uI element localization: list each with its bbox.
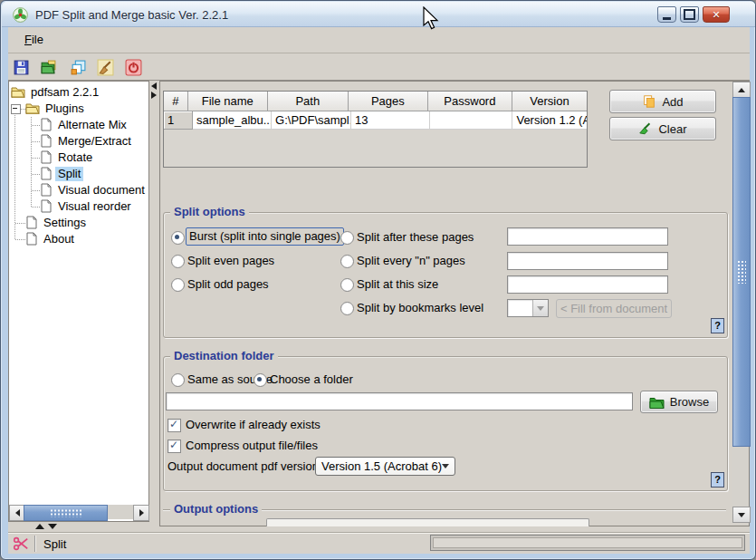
status-plugin-label: Split: [43, 537, 66, 552]
overwrite-checkbox[interactable]: [167, 419, 181, 432]
tree-connector: [32, 141, 40, 142]
table-row[interactable]: 1 sample_albu... G:\PDF\sampl... 13 Vers…: [164, 111, 587, 130]
radio-split-every-n-label[interactable]: Split every "n" pages: [357, 254, 465, 268]
file-menu[interactable]: File: [16, 27, 52, 53]
tree-expander-icon[interactable]: [11, 104, 21, 114]
console-button[interactable]: [67, 56, 89, 78]
compress-checkbox[interactable]: [167, 439, 181, 453]
maximize-icon: [684, 9, 695, 20]
radio-split-after-pages[interactable]: [340, 231, 354, 245]
radio-split-even[interactable]: [171, 255, 185, 268]
document-icon: [41, 199, 52, 213]
radio-split-odd-label[interactable]: Split odd pages: [187, 277, 269, 292]
column-header-pages[interactable]: Pages: [349, 92, 428, 111]
document-icon: [26, 216, 37, 229]
pdf-version-value: Version 1.5 (Acrobat 6): [316, 459, 442, 474]
toolbar: [8, 53, 750, 81]
close-icon: ✕: [712, 9, 720, 21]
minimize-icon: [663, 17, 671, 20]
open-button[interactable]: [37, 56, 59, 78]
browse-folder-icon: [649, 395, 665, 409]
add-file-icon: [642, 94, 656, 109]
document-icon: [41, 150, 52, 164]
add-button[interactable]: Add: [609, 90, 716, 113]
clean-button[interactable]: [94, 56, 116, 78]
close-button[interactable]: ✕: [703, 6, 730, 23]
split-after-pages-input[interactable]: [507, 227, 668, 246]
destination-help-button[interactable]: ?: [711, 472, 724, 488]
bookmarks-level-combo[interactable]: [507, 299, 549, 317]
split-options-title: Split options: [170, 206, 249, 218]
output-options-title: Output options: [170, 503, 262, 516]
radio-split-at-size-label[interactable]: Split at this size: [357, 277, 438, 292]
tree-connector: [32, 207, 40, 208]
maximize-button[interactable]: [680, 6, 699, 23]
radio-split-at-size[interactable]: [340, 278, 354, 292]
save-icon: [13, 59, 30, 76]
tree-connector: [31, 117, 32, 207]
splitter-collapse-left-button[interactable]: [151, 82, 157, 90]
scroll-down-button[interactable]: [732, 507, 751, 523]
destination-folder-title: Destination folder: [170, 350, 278, 362]
split-every-n-input[interactable]: [507, 252, 668, 270]
radio-split-odd[interactable]: [171, 278, 185, 292]
clear-button[interactable]: Clear: [609, 117, 716, 140]
column-header-num[interactable]: #: [164, 92, 188, 111]
column-header-file-name[interactable]: File name: [188, 92, 268, 111]
radio-split-after-pages-label[interactable]: Split after these pages: [357, 230, 474, 245]
main-vscrollbar-thumb[interactable]: [732, 97, 751, 447]
title-bar[interactable]: PDF Split and Merge basic Ver. 2.2.1 ✕: [2, 2, 756, 27]
radio-same-as-source[interactable]: [171, 373, 185, 387]
pages-cell: 13: [351, 111, 430, 130]
combo-dropdown-button[interactable]: [532, 300, 548, 316]
radio-split-every-n[interactable]: [340, 255, 354, 268]
scroll-up-button[interactable]: [732, 82, 751, 98]
status-bar: Split: [8, 532, 750, 554]
destination-folder-input[interactable]: [166, 392, 633, 410]
column-header-version[interactable]: Version: [512, 92, 587, 111]
tree-connector: [15, 239, 25, 240]
column-header-password[interactable]: Password: [428, 92, 512, 111]
document-icon: [41, 183, 52, 197]
folder-icon: [11, 86, 25, 98]
radio-split-even-label[interactable]: Split even pages: [187, 254, 274, 268]
exit-button[interactable]: [122, 56, 144, 78]
radio-choose-folder-label[interactable]: Choose a folder: [270, 372, 353, 387]
progress-bar-track: [433, 537, 742, 548]
thumb-grip: [737, 260, 746, 284]
tree-connector: [32, 190, 40, 191]
arrow-right-icon: [139, 509, 144, 517]
compress-checkbox-label[interactable]: Compress output file/files: [186, 439, 318, 453]
tree-connector: [14, 113, 15, 239]
tree-hscrollbar-thumb[interactable]: [24, 505, 108, 521]
open-icon: [40, 59, 57, 76]
output-field-clipped: [266, 518, 589, 526]
tree-connector: [32, 125, 40, 126]
column-header-path[interactable]: Path: [268, 92, 349, 111]
console-icon: [70, 59, 87, 76]
scroll-right-button[interactable]: [133, 505, 149, 521]
pdf-version-combo[interactable]: Version 1.5 (Acrobat 6): [315, 457, 455, 476]
window: PDF Split and Merge basic Ver. 2.2.1 ✕ F…: [0, 0, 756, 560]
minimize-button[interactable]: [657, 6, 676, 23]
fill-from-document-button[interactable]: < Fill from document: [556, 299, 672, 318]
path-cell: G:\PDF\sampl...: [272, 111, 351, 130]
radio-burst-label[interactable]: Burst (split into single pages): [186, 227, 344, 246]
split-help-button[interactable]: ?: [711, 318, 724, 333]
splitter-collapse-right-button[interactable]: [151, 92, 157, 99]
pdf-version-label: Output document pdf version:: [167, 459, 322, 474]
radio-split-by-bookmarks[interactable]: [340, 302, 354, 315]
clean-icon: [97, 59, 114, 76]
selected-files-table: # File name Path Pages Password Version …: [163, 91, 588, 168]
document-icon: [41, 134, 52, 148]
browse-button[interactable]: Browse: [640, 391, 718, 413]
console-expand-up-button[interactable]: [35, 524, 44, 529]
split-size-input[interactable]: [507, 275, 668, 294]
save-button[interactable]: [10, 56, 32, 78]
radio-burst[interactable]: [171, 231, 185, 245]
overwrite-checkbox-label[interactable]: Overwrite if already exists: [186, 418, 321, 432]
console-collapse-down-button[interactable]: [48, 524, 57, 529]
radio-split-by-bookmarks-label[interactable]: Split by bookmarks level: [357, 301, 483, 315]
clear-broom-icon: [638, 121, 653, 136]
radio-choose-folder[interactable]: [254, 373, 267, 387]
